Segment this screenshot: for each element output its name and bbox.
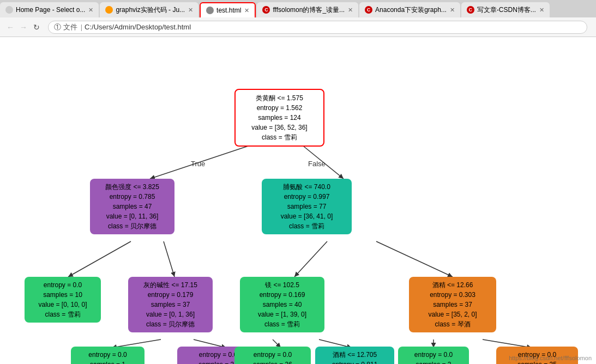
node-l3-rrl: entropy = 0.0 samples = 2 value = [0, 2,… — [398, 347, 469, 364]
node-l2lr-samples: samples = 37 — [134, 300, 207, 310]
node-l3-lrl: entropy = 0.0 samples = 1 value = [0, 1,… — [71, 347, 145, 364]
node-l1r-samples: samples = 77 — [267, 202, 346, 211]
tab-csdn2-close[interactable]: ✕ — [450, 7, 455, 14]
node-l2rl-class: class = 雪莉 — [245, 319, 319, 329]
node-l2ll-value: value = [0, 10, 0] — [30, 300, 95, 310]
node-l1l-class: class = 贝尔摩德 — [95, 221, 169, 231]
node-l1l-value: value = [0, 11, 36] — [95, 211, 169, 221]
tab-jupyter-label: graphviz实验代码 - Ju... — [116, 5, 185, 15]
node-root-feature: 类黄酮 <= 1.575 — [241, 93, 318, 103]
node-l2ll-samples: samples = 10 — [30, 290, 95, 300]
svg-line-2 — [68, 241, 131, 277]
tab-test-close[interactable]: ✕ — [244, 7, 249, 14]
tab-home-favicon — [5, 6, 13, 14]
svg-line-3 — [164, 241, 174, 277]
node-l3rll-samples: samples = 36 — [240, 360, 305, 364]
node-l2rr-class: class = 琴酒 — [414, 319, 491, 329]
tab-csdn2-favicon: C — [365, 6, 372, 14]
tab-csdn3-close[interactable]: ✕ — [539, 7, 544, 14]
node-root-samples: samples = 124 — [241, 113, 318, 123]
node-l2ll-entropy: entropy = 0.0 — [30, 280, 95, 290]
tab-home-close[interactable]: ✕ — [88, 7, 93, 14]
content-area: True False 类黄酮 <= 1.575 entropy = 1.562 … — [0, 37, 596, 364]
tab-jupyter-close[interactable]: ✕ — [188, 7, 193, 14]
node-l2lr-entropy: entropy = 0.179 — [134, 290, 207, 300]
svg-line-5 — [376, 241, 453, 277]
node-l3rrl-entropy: entropy = 0.0 — [404, 350, 463, 360]
node-l2rr-samples: samples = 37 — [414, 300, 491, 310]
tab-home-label: Home Page - Select o... — [16, 6, 85, 14]
node-l3rrl-samples: samples = 2 — [404, 360, 463, 364]
node-l1r-feature: 脯氨酸 <= 740.0 — [267, 182, 346, 192]
node-root-value: value = [36, 52, 36] — [241, 123, 318, 132]
node-l1-right: 脯氨酸 <= 740.0 entropy = 0.997 samples = 7… — [262, 179, 352, 234]
node-l3-rll: entropy = 0.0 samples = 36 value = [0, 3… — [234, 347, 311, 364]
tab-csdn2[interactable]: C Anaconda下安装graph... ✕ — [359, 2, 460, 17]
node-l1-left: 颜色强度 <= 3.825 entropy = 0.785 samples = … — [90, 179, 174, 234]
node-root: 类黄酮 <= 1.575 entropy = 1.562 samples = 1… — [234, 89, 324, 147]
tab-test[interactable]: test.html ✕ — [200, 2, 256, 17]
address-bar[interactable]: ① 文件 | C:/Users/Admin/Desktop/test.html — [48, 21, 587, 34]
node-l2-rr: 酒精 <= 12.66 entropy = 0.303 samples = 37… — [409, 277, 496, 332]
node-l3lrl-entropy: entropy = 0.0 — [76, 350, 139, 360]
tab-csdn1-close[interactable]: ✕ — [348, 7, 353, 14]
node-l2rr-feature: 酒精 <= 12.66 — [414, 280, 491, 290]
node-l3lrl-samples: samples = 1 — [76, 360, 139, 364]
node-l2rr-entropy: entropy = 0.303 — [414, 290, 491, 300]
node-l1l-samples: samples = 47 — [95, 202, 169, 211]
tree-container: True False 类黄酮 <= 1.575 entropy = 1.562 … — [5, 43, 594, 364]
node-l2-ll: entropy = 0.0 samples = 10 value = [0, 1… — [25, 277, 101, 323]
node-l2ll-class: class = 雪莉 — [30, 310, 95, 319]
node-l1l-feature: 颜色强度 <= 3.825 — [95, 182, 169, 192]
node-l2lr-feature: 灰的碱性 <= 17.15 — [134, 280, 207, 290]
address-separator: | — [81, 23, 82, 31]
node-l2-rl: 镁 <= 102.5 entropy = 0.169 samples = 40 … — [240, 277, 324, 332]
tab-csdn1-label: fffsolomon的博客_读量... — [273, 5, 345, 15]
tab-bar: Home Page - Select o... ✕ graphviz实验代码 -… — [0, 0, 596, 17]
node-l2rl-entropy: entropy = 0.169 — [245, 290, 319, 300]
svg-line-4 — [294, 241, 327, 277]
forward-button[interactable]: → — [17, 21, 29, 33]
node-l2-lr: 灰的碱性 <= 17.15 entropy = 0.179 samples = … — [128, 277, 213, 332]
node-l3rlr-entropy: entropy = 0.811 — [321, 360, 389, 364]
tab-jupyter-favicon — [105, 6, 113, 14]
tab-csdn2-label: Anaconda下安装graph... — [375, 5, 447, 15]
tab-test-label: test.html — [216, 7, 241, 14]
node-l2rr-value: value = [35, 2, 0] — [414, 310, 491, 319]
back-button[interactable]: ← — [4, 21, 16, 33]
node-l2lr-class: class = 贝尔摩德 — [134, 319, 207, 329]
node-l3rll-entropy: entropy = 0.0 — [240, 350, 305, 360]
node-l2lr-value: value = [0, 1, 36] — [134, 310, 207, 319]
node-root-entropy: entropy = 1.562 — [241, 103, 318, 113]
node-root-class: class = 雪莉 — [241, 132, 318, 142]
tab-test-favicon — [206, 7, 214, 14]
node-l1r-value: value = [36, 41, 0] — [267, 211, 346, 221]
address-protocol: ① 文件 — [54, 22, 77, 32]
true-label: True — [191, 160, 205, 168]
node-l1r-class: class = 雪莉 — [267, 221, 346, 231]
tab-csdn3-favicon: C — [467, 6, 474, 14]
tab-home[interactable]: Home Page - Select o... ✕ — [0, 2, 99, 17]
false-label: False — [308, 160, 326, 168]
node-l1r-entropy: entropy = 0.997 — [267, 192, 346, 202]
browser-chrome: Home Page - Select o... ✕ graphviz实验代码 -… — [0, 0, 596, 37]
tab-csdn1[interactable]: C fffsolomon的博客_读量... ✕ — [257, 2, 358, 17]
node-l3-rlr: 酒精 <= 12.705 entropy = 0.811 samples = 4… — [315, 347, 394, 364]
node-l3rlr-feature: 酒精 <= 12.705 — [321, 350, 389, 360]
address-path: C:/Users/Admin/Desktop/test.html — [85, 23, 191, 31]
node-l2rl-samples: samples = 40 — [245, 300, 319, 310]
tab-jupyter[interactable]: graphviz实验代码 - Ju... ✕ — [100, 2, 198, 17]
tab-csdn3-label: 写文章-CSDN博客... — [477, 5, 536, 15]
node-l2rl-feature: 镁 <= 102.5 — [245, 280, 319, 290]
refresh-button[interactable]: ↻ — [31, 21, 43, 33]
node-l2rl-value: value = [1, 39, 0] — [245, 310, 319, 319]
watermark: https://blog.csdn.net/fffsolomon — [509, 355, 592, 361]
tab-csdn3[interactable]: C 写文章-CSDN博客... ✕ — [461, 2, 550, 17]
node-l1l-entropy: entropy = 0.785 — [95, 192, 169, 202]
nav-bar: ← → ↻ ① 文件 | C:/Users/Admin/Desktop/test… — [0, 17, 596, 37]
tab-csdn1-favicon: C — [262, 6, 270, 14]
